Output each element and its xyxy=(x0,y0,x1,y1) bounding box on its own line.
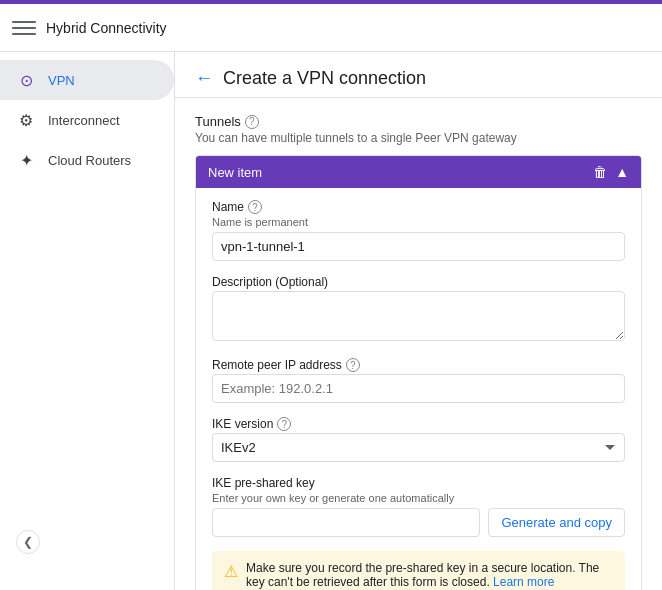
ike-version-help-icon[interactable]: ? xyxy=(277,417,291,431)
app-header: Hybrid Connectivity xyxy=(0,4,662,52)
content-area: ← Create a VPN connection Tunnels ? You … xyxy=(175,52,662,590)
name-field: Name ? Name is permanent xyxy=(212,200,625,261)
tunnel-collapse-icon[interactable]: ▲ xyxy=(615,164,629,180)
remote-peer-ip-input[interactable] xyxy=(212,374,625,403)
preshared-key-row: Generate and copy xyxy=(212,508,625,537)
vpn-icon: ⊙ xyxy=(16,70,36,90)
description-label: Description (Optional) xyxy=(212,275,625,289)
remote-peer-ip-field: Remote peer IP address ? xyxy=(212,358,625,403)
main-layout: ⊙ VPN ⚙ Interconnect ✦ Cloud Routers ❮ ←… xyxy=(0,52,662,590)
sidebar-item-cloud-routers-label: Cloud Routers xyxy=(48,153,131,168)
description-input[interactable] xyxy=(212,291,625,341)
tunnels-label: Tunnels ? xyxy=(195,114,642,129)
tunnel-card-body: Name ? Name is permanent Description (Op… xyxy=(196,188,641,590)
sidebar-item-interconnect[interactable]: ⚙ Interconnect xyxy=(0,100,174,140)
sidebar-item-interconnect-label: Interconnect xyxy=(48,113,120,128)
name-sublabel: Name is permanent xyxy=(212,216,625,228)
description-field: Description (Optional) xyxy=(212,275,625,344)
tunnel-card-header-actions: 🗑 ▲ xyxy=(593,164,629,180)
cloud-routers-icon: ✦ xyxy=(16,150,36,170)
preshared-key-input[interactable] xyxy=(212,508,480,537)
page-title: Create a VPN connection xyxy=(223,68,426,89)
page-header: ← Create a VPN connection xyxy=(175,52,662,98)
ike-version-field: IKE version ? IKEv2 IKEv1 xyxy=(212,417,625,462)
warning-icon: ⚠ xyxy=(224,562,238,581)
preshared-key-sublabel: Enter your own key or generate one autom… xyxy=(212,492,625,504)
warning-text: Make sure you record the pre-shared key … xyxy=(246,561,613,589)
interconnect-icon: ⚙ xyxy=(16,110,36,130)
preshared-key-field: IKE pre-shared key Enter your own key or… xyxy=(212,476,625,537)
learn-more-link[interactable]: Learn more xyxy=(493,575,554,589)
hamburger-menu[interactable] xyxy=(12,16,36,40)
warning-box: ⚠ Make sure you record the pre-shared ke… xyxy=(212,551,625,590)
tunnels-sublabel: You can have multiple tunnels to a singl… xyxy=(195,131,642,145)
sidebar-toggle[interactable]: ❮ xyxy=(16,530,40,554)
remote-peer-help-icon[interactable]: ? xyxy=(346,358,360,372)
tunnel-card: New item 🗑 ▲ Name ? Name is permanent xyxy=(195,155,642,590)
app-title: Hybrid Connectivity xyxy=(46,20,167,36)
tunnel-card-title: New item xyxy=(208,165,262,180)
ike-version-select[interactable]: IKEv2 IKEv1 xyxy=(212,433,625,462)
tunnel-card-header: New item 🗑 ▲ xyxy=(196,156,641,188)
name-input[interactable] xyxy=(212,232,625,261)
sidebar-item-cloud-routers[interactable]: ✦ Cloud Routers xyxy=(0,140,174,180)
preshared-key-label: IKE pre-shared key xyxy=(212,476,625,490)
generate-copy-button[interactable]: Generate and copy xyxy=(488,508,625,537)
back-button[interactable]: ← xyxy=(195,68,213,89)
sidebar-item-vpn[interactable]: ⊙ VPN xyxy=(0,60,174,100)
sidebar-item-vpn-label: VPN xyxy=(48,73,75,88)
form-content: Tunnels ? You can have multiple tunnels … xyxy=(175,98,662,590)
sidebar: ⊙ VPN ⚙ Interconnect ✦ Cloud Routers ❮ xyxy=(0,52,175,590)
tunnel-delete-icon[interactable]: 🗑 xyxy=(593,164,607,180)
tunnels-help-icon[interactable]: ? xyxy=(245,115,259,129)
name-help-icon[interactable]: ? xyxy=(248,200,262,214)
